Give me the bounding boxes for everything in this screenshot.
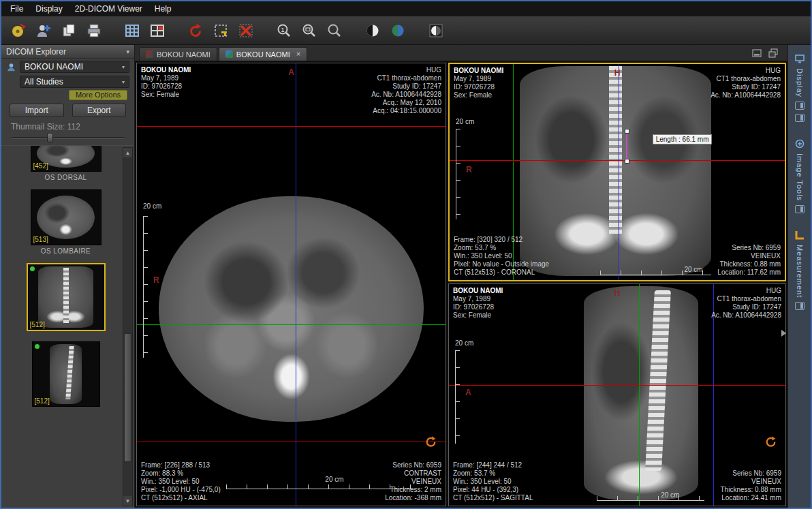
select-region-icon[interactable] [210,20,231,41]
tools-sidebar: Display Image Tools Measurement [787,45,811,508]
sidebar-collapse-arrow-icon[interactable] [781,330,786,337]
measurement-ruler-icon [794,230,805,241]
print-icon[interactable] [84,20,104,41]
list-item-selected[interactable]: [512] [12,263,119,333]
invert-contrast-icon[interactable] [362,20,383,41]
panel-toggle-icon[interactable] [795,205,805,213]
panel-menu-icon[interactable]: ▾ [126,48,129,55]
import-button[interactable]: Import [10,104,64,117]
scrollbar[interactable]: ▲ ▼ [123,147,133,506]
slider-handle[interactable] [47,133,53,142]
color-lut-icon[interactable] [388,20,408,41]
list-item[interactable]: [452] OS DORSAL [12,146,119,181]
magnifier-icon[interactable] [324,20,345,41]
rotate-icon[interactable] [185,20,206,41]
viewport-axial[interactable]: BOKOU NAOMIMay 7, 1989ID: 97026728Sex: F… [136,63,446,506]
overlay-line: CONTRAST [385,469,441,478]
status-overlay: Frame: [226] 288 / 513Zoom: 88.3 %Win.: … [141,461,221,502]
menu-2d-dicom-viewer[interactable]: 2D-DICOM Viewer [69,3,149,15]
minimize-panel-icon[interactable] [752,48,762,58]
sidebar-tab-measurement[interactable]: Measurement [794,230,805,310]
study-overlay: HUGCT1 thorax-abdomenStudy ID: 17247Ac. … [371,66,441,115]
overlay-line: CT (512x513) - CORONAL [454,268,549,277]
scrollbar-thumb[interactable] [124,333,131,462]
overlay-line: Sex: Female [141,91,191,99]
overlay-line: Frame: [226] 288 / 513 [141,461,221,469]
scroll-up-icon[interactable]: ▲ [123,148,132,157]
thumbnail-image[interactable]: [452] [31,146,102,172]
overlay-line: Ac. Nb: A10064442928 [711,311,781,320]
thumbnail-image[interactable]: [512] [27,263,106,331]
window-level-icon[interactable] [426,20,446,41]
open-dicom-icon[interactable] [8,20,29,41]
more-options-button[interactable]: More Options [69,90,127,100]
menu-file[interactable]: File [4,3,29,15]
crosshair-vertical-blue[interactable] [619,64,619,280]
display-monitor-icon [794,53,805,64]
zoom-actual-icon[interactable]: 1 [274,20,294,41]
overlay-line: Study ID: 17247 [710,83,781,91]
scroll-down-icon[interactable]: ▼ [123,496,132,506]
measurement-label: Length : 66.1 mm [653,134,713,144]
orientation-label-side: R [466,166,472,174]
sidebar-tab-label: Measurement [796,245,804,298]
app-window: File Display 2D-DICOM Viewer Help 1 DICO… [0,0,812,509]
patient-dropdown[interactable]: BOKOU NAOMI ▾ [20,61,129,73]
study-overlay: HUGCT1 thorax-abdomenStudy ID: 17247Ac. … [710,67,781,99]
delete-icon[interactable] [236,20,256,41]
viewport-sagittal[interactable]: BOKOU NAOMIMay 7, 1989ID: 97026728Sex: F… [448,283,786,506]
crosshair-horizontal[interactable] [137,324,446,325]
overlay-line: May 7, 1989 [454,75,503,83]
export-button[interactable]: Export [72,104,127,117]
overlay-line: May 7, 1989 [141,74,191,82]
vertical-ruler [456,129,460,219]
tab-bokou-naomi-1[interactable]: BOKOU NAOMI [139,47,217,61]
thumbnail-image[interactable]: [512] [32,341,100,407]
sidebar-tab-display[interactable]: Display [794,53,805,122]
series-thumbnail-list: [452] OS DORSAL [513] OS LOMBAIRE [51 [1,146,134,508]
overlay-line: Zoom: 53.7 % [453,469,533,478]
menu-help[interactable]: Help [149,3,178,15]
crosshair-vertical[interactable] [296,63,296,506]
overlay-line: CT1 thorax-abdomen [710,75,781,83]
explorer-title: DICOM Explorer [6,47,66,57]
ct-thumbnail [37,196,95,239]
measurement-line[interactable] [626,131,627,161]
panel-toggle-icon[interactable] [795,302,805,310]
reference-line-top[interactable] [137,126,446,127]
thumbnail-size-slider[interactable] [1,132,134,144]
reset-rotate-icon[interactable] [424,435,437,448]
slider-track[interactable] [11,137,125,139]
sidebar-tab-image-tools[interactable]: Image Tools [794,138,805,213]
overlay-line: Location: 117.62 mm [717,268,781,277]
import-patient-icon[interactable] [33,20,54,41]
list-item[interactable]: [513] OS LOMBAIRE [12,189,119,255]
reference-line[interactable] [450,160,785,161]
study-overlay: HUGCT1 thorax-abdomenStudy ID: 17247Ac. … [711,287,781,320]
viewport-layout-icon[interactable] [147,20,168,41]
right-viewport-column: Length : 66.1 mm BOKOU NAOMIMay 7, 1989I… [448,63,786,506]
grid-layout-icon[interactable] [122,20,142,41]
studies-dropdown[interactable]: All Studies ▾ [20,76,129,88]
toolbar: 1 [1,16,811,45]
overlay-line: VEINEUX [385,478,441,486]
reference-line[interactable] [449,385,785,386]
zoom-fit-icon[interactable] [299,20,319,41]
cascade-windows-icon[interactable] [768,48,778,58]
close-icon[interactable]: × [296,50,300,58]
ct-thumbnail [38,266,93,328]
thumbnail-image[interactable]: [513] [31,189,102,245]
crosshair-vertical-green[interactable] [639,284,640,506]
viewport-coronal-selected[interactable]: Length : 66.1 mm BOKOU NAOMIMay 7, 1989I… [448,63,786,281]
panel-toggle-icon[interactable] [795,102,805,110]
panel-toggle-icon[interactable] [795,114,805,122]
reset-rotate-icon[interactable] [764,435,777,448]
loaded-indicator-icon [30,266,35,271]
overlay-line: HUG [710,67,781,75]
scrollbar-track[interactable] [123,157,132,496]
reference-line-bottom[interactable] [137,442,446,442]
list-item[interactable]: [512] [12,341,119,409]
copy-icon[interactable] [59,20,79,41]
menu-display[interactable]: Display [29,3,68,15]
tab-bokou-naomi-2-active[interactable]: BOKOU NAOMI × [219,47,307,61]
